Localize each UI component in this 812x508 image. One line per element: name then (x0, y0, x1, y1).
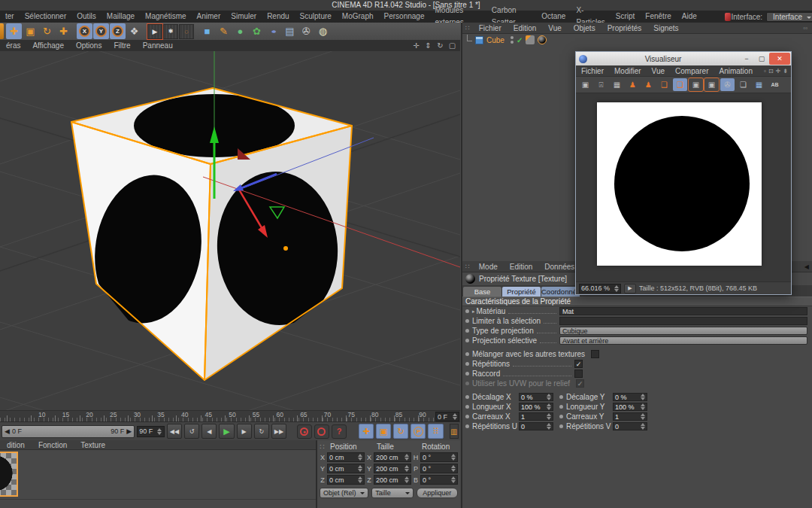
z-axis-lock-button[interactable]: Z (110, 23, 126, 39)
stepper-icon[interactable] (357, 454, 362, 461)
object-row-cube[interactable]: Cube ✓ (462, 34, 812, 46)
viewer-image-area[interactable] (576, 93, 791, 281)
goto-start-button[interactable]: ◀◀ (167, 424, 182, 439)
om-menu-edition[interactable]: Edition (508, 23, 543, 34)
anim-dot-icon[interactable] (559, 415, 563, 418)
decalage-x-field[interactable]: 0 % (519, 393, 553, 401)
anim-dot-icon[interactable] (465, 415, 469, 418)
add-deformer-icon[interactable] (249, 23, 265, 39)
play-button[interactable]: ▶ (219, 424, 234, 439)
anim-dot-icon[interactable] (559, 405, 563, 409)
interface-dropdown[interactable]: Interface (766, 12, 812, 22)
rotation-b-field[interactable]: 0 ° (420, 475, 458, 485)
keyframe-selection-button[interactable]: ? (332, 424, 347, 439)
phong-tag-icon[interactable] (526, 35, 535, 44)
stepper-icon[interactable] (357, 476, 362, 483)
raccord-checkbox[interactable] (574, 370, 583, 378)
scrub-right-arrow-icon[interactable]: ▶ (126, 427, 132, 435)
viewport-menu-options[interactable]: Options (70, 40, 108, 51)
stepper-icon[interactable] (450, 454, 456, 461)
stepper-icon[interactable] (546, 413, 551, 420)
carreaux-y-field[interactable]: 1 (613, 412, 647, 421)
viewport-menu-cameras[interactable]: éras (0, 40, 26, 51)
simulation-toggle-icon[interactable] (450, 424, 459, 439)
expand-arrow-icon[interactable]: ▸ (472, 309, 475, 315)
limiter-selection-field[interactable] (559, 317, 807, 325)
stepper-icon[interactable] (404, 454, 409, 461)
menu-aide[interactable]: Aide (677, 11, 702, 23)
repetitions-checkbox[interactable]: ✓ (574, 360, 583, 368)
loop-back-button[interactable]: ↺ (184, 424, 199, 439)
layer-active-icon[interactable]: ❑ (673, 78, 687, 91)
maximize-button[interactable]: ▢ (754, 53, 769, 65)
prev-frame-button[interactable]: ◀ (201, 424, 217, 439)
menu-item[interactable]: ter (0, 11, 20, 23)
stepper-icon[interactable] (404, 476, 409, 483)
menu-simuler[interactable]: Simuler (226, 11, 262, 23)
stepper-icon[interactable] (357, 465, 362, 472)
menu-selectionner[interactable]: Sélectionner (20, 11, 72, 23)
visibility-dots-icon[interactable] (511, 36, 514, 44)
anim-dot-icon[interactable] (465, 329, 469, 333)
viewer-menu-comparer[interactable]: Comparer (670, 65, 714, 77)
key-position-toggle[interactable] (359, 424, 374, 439)
menu-rendu[interactable]: Rendu (262, 11, 294, 23)
render-queue-icon[interactable] (179, 24, 194, 39)
viewport-menu-panneau[interactable]: Panneau (137, 40, 179, 51)
material-thumbnail[interactable] (0, 452, 18, 497)
viewer-menu-fichier[interactable]: Fichier (576, 65, 609, 77)
rotate-tool-icon[interactable] (39, 23, 55, 39)
stepper-icon[interactable] (640, 413, 645, 420)
key-pla-toggle[interactable] (428, 424, 443, 439)
anim-dot-icon[interactable] (465, 352, 469, 356)
dock-icon[interactable]: ▫ (764, 68, 766, 75)
stepper-icon[interactable] (450, 465, 456, 472)
key-rotation-toggle[interactable] (393, 424, 408, 439)
ab-compare-icon[interactable]: AB (768, 78, 782, 91)
anim-dot-icon[interactable] (465, 309, 469, 313)
size-x-field[interactable]: 200 cm (374, 452, 411, 462)
material-menu-fonction[interactable]: Fonction (32, 440, 74, 450)
viewport-menu-affichage[interactable]: Affichage (26, 40, 70, 51)
carreaux-x-field[interactable]: 1 (519, 412, 553, 421)
settings-icon[interactable]: ▦ (610, 78, 624, 91)
menu-fenetre[interactable]: Fenêtre (640, 11, 676, 23)
scrub-left-arrow-icon[interactable]: ◀ (5, 427, 10, 435)
stepper-icon[interactable] (640, 394, 645, 400)
nav-prev-image-icon[interactable]: ♟ (626, 78, 640, 91)
stepper-icon[interactable] (614, 285, 619, 292)
pin-icon[interactable]: ✛ (776, 68, 781, 75)
next-frame-button[interactable]: ▶ (237, 424, 252, 439)
nav-next-image-icon[interactable]: ♟ (641, 78, 656, 91)
current-frame-field[interactable]: 90 F (137, 426, 165, 437)
viewport-menu-filtre[interactable]: Filtre (108, 40, 136, 51)
tab-propriete[interactable]: Propriété (502, 287, 541, 297)
add-generator-icon[interactable] (232, 23, 248, 39)
material-menu-texture[interactable]: Texture (74, 440, 112, 450)
type-projection-dropdown[interactable]: Cubique (559, 327, 807, 335)
key-scale-toggle[interactable] (376, 424, 391, 439)
decalage-y-field[interactable]: 0 % (613, 393, 647, 401)
x-axis-lock-button[interactable]: X (77, 23, 92, 39)
am-menu-edition[interactable]: Edition (504, 261, 539, 272)
anim-dot-icon[interactable] (465, 319, 469, 323)
image-b-icon[interactable]: ▣ (704, 78, 719, 91)
menu-magnetisme[interactable]: Magnétisme (140, 11, 191, 23)
timeline-ruler[interactable]: 10 15 20 25 30 35 40 45 50 55 60 65 70 7… (0, 410, 460, 421)
menu-mograph[interactable]: MoGraph (337, 11, 379, 23)
rendered-image[interactable] (597, 102, 762, 266)
anim-dot-icon[interactable] (465, 362, 469, 366)
anim-dot-icon[interactable] (559, 395, 563, 399)
axis-point[interactable] (283, 246, 288, 251)
add-camera-icon[interactable] (298, 23, 314, 39)
coord-size-dropdown[interactable]: Taille (371, 488, 413, 498)
menu-script[interactable]: Script (611, 11, 641, 23)
dock-icon[interactable]: ⊡ (768, 68, 774, 75)
tab-base[interactable]: Base (463, 287, 501, 297)
coord-mode-dropdown[interactable]: Objet (Rel) (320, 488, 368, 498)
viewer-menu-modifier[interactable]: Modifier (609, 65, 647, 77)
menu-personnage[interactable]: Personnage (379, 11, 430, 23)
menu-outils[interactable]: Outils (71, 11, 102, 23)
anim-dot-icon[interactable] (559, 424, 563, 428)
melanger-checkbox[interactable] (591, 350, 599, 358)
